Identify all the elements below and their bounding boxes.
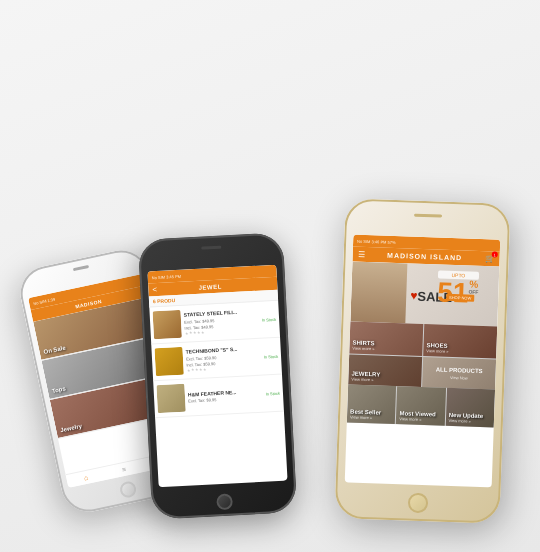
- middle-screen: No SIM 3:45 PM < JEWEL 6 PRODU STATELY S…: [147, 265, 287, 487]
- tab-new-update[interactable]: New Update View more »: [445, 388, 495, 428]
- cat-jewelry[interactable]: JEWELRY View more »: [348, 354, 422, 387]
- categories-grid: SHIRTS View more » SHOES View more » JEW…: [348, 321, 497, 389]
- cat-jewelry-view: View more »: [351, 377, 418, 384]
- tab-best-view: View more »: [350, 415, 392, 421]
- product-stock-2: In Stock: [265, 390, 280, 396]
- cat-shoes[interactable]: SHOES View more »: [423, 324, 497, 359]
- middle-status-text: No SIM 3:45 PM: [152, 273, 182, 280]
- product-info-2: H&M FEATHER NE... Excl. Tax: $9.95: [188, 387, 263, 403]
- tab-most-viewed[interactable]: Most Viewed View more »: [396, 386, 446, 426]
- cat-all-label: ALL PRODUCTS: [436, 366, 483, 374]
- cart-badge: 1: [492, 251, 498, 257]
- category-icon[interactable]: ≡: [121, 466, 126, 474]
- cart-icon[interactable]: 🛒 1: [484, 254, 494, 263]
- hamburger-icon[interactable]: ☰: [358, 250, 365, 259]
- home-icon[interactable]: ⌂: [83, 474, 89, 482]
- left-speaker: [73, 265, 89, 271]
- phones-showcase: No SIM 1:39 MADISON On Sale Tops Jewelry: [10, 16, 530, 536]
- cat-all-view: View Now: [450, 374, 468, 380]
- bottom-tabs-grid: Best Seller View more » Most Viewed View…: [347, 384, 495, 427]
- sale-model-image: [350, 261, 407, 323]
- phone-right: No SIM 3:46 PM 57% ☰ MADISON ISLAND 🛒 1: [334, 198, 510, 524]
- sale-shop-now-button[interactable]: SHOP NOW: [446, 294, 474, 302]
- middle-speaker: [201, 246, 221, 250]
- tab-most-view: View more »: [399, 416, 441, 422]
- phone-middle: No SIM 3:45 PM < JEWEL 6 PRODU STATELY S…: [138, 232, 297, 519]
- product-stock-0: In Stock: [262, 316, 277, 322]
- right-screen: No SIM 3:46 PM 57% ☰ MADISON ISLAND 🛒 1: [345, 235, 501, 488]
- sale-upto-area: UPTO 51 % OFF SHOP NOW: [437, 270, 479, 307]
- right-status-text: No SIM 3:46 PM 57%: [357, 238, 396, 244]
- sale-51-number: 51: [437, 278, 469, 307]
- middle-title: JEWEL: [198, 283, 221, 290]
- product-thumb-0: [153, 310, 182, 339]
- cat-shoes-view: View more »: [426, 348, 493, 355]
- cat-shirts-view: View more »: [352, 346, 419, 353]
- right-speaker: [414, 214, 442, 218]
- middle-home-button[interactable]: [216, 493, 233, 510]
- product-item-2[interactable]: H&M FEATHER NE... Excl. Tax: $9.95 In St…: [153, 375, 284, 419]
- cat-all-products[interactable]: ALL PRODUCTS View Now: [422, 357, 496, 390]
- cat-shirts[interactable]: SHIRTS View more »: [349, 321, 423, 356]
- product-thumb-1: [154, 347, 183, 376]
- sale-banner[interactable]: ♥ SALE UPTO 51 % OFF SHOP: [350, 261, 499, 326]
- middle-spacer: [263, 283, 273, 284]
- product-stock-1: In Stock: [263, 353, 278, 359]
- product-thumb-2: [156, 384, 185, 413]
- tab-new-view: View more »: [449, 418, 491, 424]
- product-info-0: STATELY STEEL FILI... Excl. Tax: $49.95 …: [184, 308, 260, 335]
- right-home-button[interactable]: [407, 493, 428, 514]
- right-content: No SIM 3:46 PM 57% ☰ MADISON ISLAND 🛒 1: [345, 235, 501, 488]
- right-title: MADISON ISLAND: [387, 252, 462, 262]
- left-home-button[interactable]: [119, 480, 138, 499]
- product-info-1: TECHNIBOND "S" S... Excl. Tax: $59.90 In…: [186, 345, 262, 372]
- back-button[interactable]: <: [152, 285, 157, 294]
- tab-best-seller[interactable]: Best Seller View more »: [347, 384, 397, 424]
